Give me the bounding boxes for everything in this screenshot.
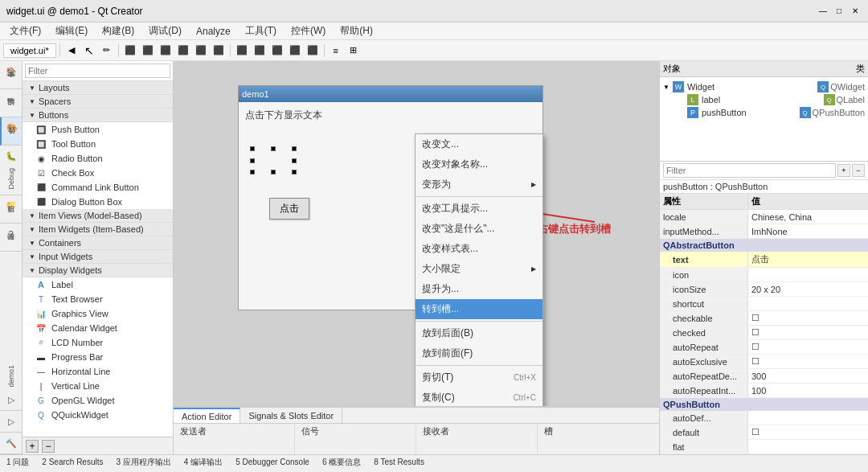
ctx-bring-front[interactable]: 放到前面(F) [416, 343, 542, 363]
debug2-icon[interactable]: ▷ [4, 414, 18, 429]
ctx-cut[interactable]: 剪切(T) Ctrl+X [416, 367, 542, 388]
ctx-change-name[interactable]: 改变对象名称... [416, 154, 542, 174]
toolbar-btn-1[interactable]: ⬛ [122, 43, 138, 59]
tree-expand-widget[interactable]: ▼ [663, 84, 669, 91]
prop-filter-btn-remove[interactable]: − [852, 164, 865, 177]
prop-row-text[interactable]: text点击 [660, 252, 868, 268]
widget-filter-input[interactable] [25, 64, 170, 78]
ctx-copy[interactable]: 复制(C) Ctrl+C [416, 388, 542, 406]
category-spacers[interactable]: Spacers [23, 95, 173, 109]
status-app-output[interactable]: 3 应用程序输出 [113, 457, 174, 468]
widget-horizontal-line[interactable]: — Horizontal Line [23, 364, 173, 379]
menu-help[interactable]: 帮助(H) [334, 23, 379, 39]
widget-tree-label[interactable]: Widget [687, 82, 714, 92]
toolbar-btn-3[interactable]: ⬛ [158, 43, 174, 59]
category-display-widgets[interactable]: Display Widgets [23, 264, 173, 277]
toolbar-btn-back[interactable]: ◀ [63, 43, 80, 59]
widget-text-browser[interactable]: T Text Browser [23, 292, 173, 306]
status-debugger[interactable]: 5 Debugger Console [232, 458, 313, 466]
widget-progress-bar[interactable]: ▬ Progress Bar [23, 350, 173, 364]
toolbar-btn-9[interactable]: ⬛ [269, 43, 285, 59]
ctx-send-back[interactable]: 放到后面(B) [416, 323, 542, 343]
toolbar-btn-2[interactable]: ⬛ [140, 43, 156, 59]
menu-analyze[interactable]: Analyze [190, 24, 237, 39]
prop-row-autoRepeatInt---[interactable]: autoRepeatInt...100 [660, 384, 868, 398]
design-label[interactable]: 设计 [5, 138, 18, 142]
widget-label[interactable]: A Label [23, 277, 173, 292]
menu-tools[interactable]: 工具(T) [239, 23, 283, 39]
category-input-widgets[interactable]: Input Widgets [23, 250, 173, 264]
toolbar-btn-align2[interactable]: ⊞ [346, 43, 362, 59]
category-buttons[interactable]: Buttons [23, 109, 173, 122]
tab-signals-slots[interactable]: Signals & Slots Editor [240, 408, 342, 423]
debug-label[interactable]: Debug [6, 166, 17, 191]
menu-debug[interactable]: 调试(D) [142, 23, 188, 39]
toolbar-btn-5[interactable]: ⬛ [193, 43, 209, 59]
prop-row-autoRepeat[interactable]: autoRepeat☐ [660, 340, 868, 355]
widget-vertical-line[interactable]: | Vertical Line [23, 379, 173, 393]
add-widget-button[interactable]: + [26, 440, 39, 453]
menu-build[interactable]: 构建(B) [96, 23, 141, 39]
current-file-tab[interactable]: widget.ui* [3, 43, 56, 58]
toolbar-btn-edit[interactable]: ✏ [99, 43, 115, 59]
toolbar-btn-select[interactable]: ↖ [81, 43, 97, 59]
project-icon[interactable]: 📁 [4, 199, 18, 213]
ctx-goto-slot[interactable]: 转到槽... [416, 299, 542, 319]
ctx-size-constraint[interactable]: 大小限定 [416, 259, 542, 279]
toolbar-btn-11[interactable]: ⬛ [305, 43, 321, 59]
status-issues[interactable]: 1 问题 [3, 457, 32, 468]
prop-row-autoExclusive[interactable]: autoExclusive☐ [660, 355, 868, 369]
toolbar-btn-8[interactable]: ⬛ [252, 43, 268, 59]
widget-qquick[interactable]: Q QQuickWidget [23, 408, 173, 422]
widget-opengl[interactable]: G OpenGL Widget [23, 393, 173, 408]
widget-dialog-button[interactable]: ⬛ Dialog Button Box [23, 195, 173, 209]
widget-calendar[interactable]: 📅 Calendar Widget [23, 321, 173, 335]
toolbar-btn-7[interactable]: ⬛ [234, 43, 250, 59]
ctx-change-stylesheet[interactable]: 改变样式表... [416, 239, 542, 259]
prop-filter-input[interactable] [663, 163, 836, 178]
form-push-button[interactable]: 点击 [269, 198, 309, 220]
menu-edit[interactable]: 编辑(E) [49, 23, 94, 39]
category-containers[interactable]: Containers [23, 236, 173, 250]
remove-widget-button[interactable]: − [42, 440, 55, 453]
widget-check-box[interactable]: ☑ Check Box [23, 166, 173, 180]
label-tree-label[interactable]: label [702, 95, 720, 105]
category-item-widgets[interactable]: Item Widgets (Item-Based) [23, 223, 173, 236]
minimize-button[interactable]: — [817, 5, 829, 18]
help-label[interactable]: 帮助 [4, 244, 18, 248]
prop-row-default[interactable]: default☐ [660, 425, 868, 440]
prop-row-checkable[interactable]: checkable☐ [660, 311, 868, 326]
pushbutton-tree-label[interactable]: pushButton [702, 108, 747, 117]
toolbar-btn-6[interactable]: ⬛ [211, 43, 227, 59]
widget-push-button[interactable]: 🔲 Push Button [23, 122, 173, 137]
welcome-icon[interactable]: 🏠 [4, 64, 18, 79]
ctx-change-tooltip[interactable]: 改变工具提示... [416, 199, 542, 219]
tab-action-editor[interactable]: Action Editor [174, 408, 240, 424]
prop-filter-btn-add[interactable]: + [837, 164, 850, 177]
prop-row-locale[interactable]: localeChinese, China [660, 210, 868, 224]
prop-row-autoRepeatDe---[interactable]: autoRepeatDe...300 [660, 369, 868, 384]
toolbar-btn-4[interactable]: ⬛ [175, 43, 191, 59]
widget-lcd-number[interactable]: # LCD Number [23, 335, 173, 350]
run-label[interactable]: demo1 [6, 363, 17, 389]
menu-file[interactable]: 文件(F) [3, 23, 47, 39]
widget-graphics-view[interactable]: 📊 Graphics View [23, 306, 173, 321]
build-icon[interactable]: 🔨 [4, 436, 18, 450]
design-icon[interactable]: 🎨 [5, 121, 19, 135]
edit-label[interactable]: 编辑 [4, 110, 18, 113]
debug-icon[interactable]: 🐛 [4, 149, 18, 163]
ctx-change-whats-this[interactable]: 改变"这是什么"... [416, 219, 542, 239]
prop-row-checked[interactable]: checked☐ [660, 326, 868, 340]
prop-row-iconSize[interactable]: iconSize20 x 20 [660, 282, 868, 297]
status-compile[interactable]: 4 编译输出 [181, 457, 226, 468]
status-general[interactable]: 6 概要信息 [319, 457, 364, 468]
edit-icon[interactable]: ✏ [4, 92, 18, 107]
maximize-button[interactable]: □ [833, 5, 845, 18]
prop-row-inputMethod---[interactable]: inputMethod...ImhNone [660, 224, 868, 239]
category-layouts[interactable]: Layouts [23, 81, 173, 95]
close-button[interactable]: ✕ [849, 5, 862, 18]
ctx-morph[interactable]: 变形为 [416, 174, 542, 195]
prop-row-flat[interactable]: flat [660, 440, 868, 454]
widget-radio-button[interactable]: ◉ Radio Button [23, 151, 173, 166]
prop-row-icon[interactable]: icon [660, 268, 868, 282]
